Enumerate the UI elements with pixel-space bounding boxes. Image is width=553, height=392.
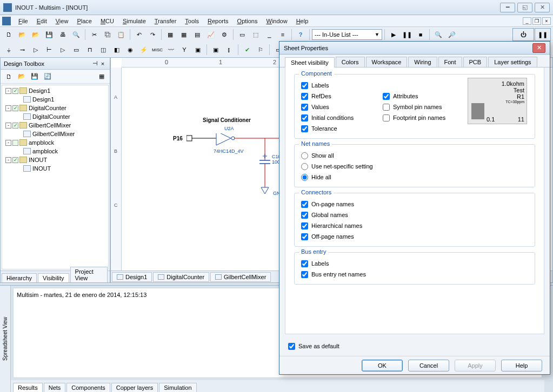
menu-options[interactable]: Options bbox=[233, 17, 262, 25]
menu-window[interactable]: Window bbox=[262, 17, 291, 25]
menu-file[interactable]: File bbox=[14, 17, 32, 25]
paste-icon[interactable]: 📋 bbox=[115, 28, 128, 41]
menu-reports[interactable]: Reports bbox=[203, 17, 233, 25]
ground-icon[interactable]: ⏚ bbox=[2, 43, 15, 56]
menu-mcu[interactable]: MCU bbox=[96, 17, 118, 25]
menu-simulate[interactable]: Simulate bbox=[118, 17, 150, 25]
save-icon[interactable]: 💾 bbox=[43, 28, 56, 41]
menu-transfer[interactable]: Transfer bbox=[150, 17, 181, 25]
probe-icon[interactable]: 🔍 bbox=[432, 28, 445, 41]
misc-icon[interactable]: MISC bbox=[151, 43, 164, 56]
component-checkbox-labels[interactable]: Labels bbox=[301, 80, 383, 91]
component-checkbox-symbol-pin-names[interactable]: Symbol pin names bbox=[383, 102, 464, 112]
menu-tools[interactable]: Tools bbox=[181, 17, 203, 25]
help-button[interactable]: Help bbox=[501, 360, 542, 371]
breadboard-icon[interactable]: ▭ bbox=[236, 28, 249, 41]
expand-icon[interactable]: - bbox=[5, 123, 11, 129]
dialog-tab-font[interactable]: Font bbox=[438, 57, 462, 67]
tree-node-gilbertcellmixer[interactable]: -✓GilbertCellMixer bbox=[3, 121, 107, 130]
probe2-icon[interactable]: 🔎 bbox=[445, 28, 458, 41]
canvas-tab-gilbertcellmixer[interactable]: GilbertCellMixer bbox=[210, 272, 271, 282]
tree-node-design1[interactable]: -✓Design1 bbox=[3, 86, 107, 95]
tool-icon[interactable]: ⚙ bbox=[218, 28, 231, 41]
switch2-icon[interactable]: ❚❚ bbox=[535, 28, 551, 41]
tree-node-digitalcounter[interactable]: -✓DigitalCounter bbox=[3, 104, 107, 112]
open-sheet-icon[interactable]: 📂 bbox=[16, 71, 28, 83]
connectors-checkbox-global-names[interactable]: Global names bbox=[301, 209, 528, 220]
component-checkbox-values[interactable]: Values bbox=[301, 102, 383, 112]
component-checkbox-initial-conditions[interactable]: Initial conditions bbox=[301, 112, 383, 123]
toolbox-tab-hierarchy[interactable]: Hierarchy bbox=[2, 273, 37, 282]
expand-icon[interactable]: - bbox=[5, 140, 11, 146]
spreadsheet-tab-components[interactable]: Components bbox=[66, 383, 110, 392]
pause-icon[interactable]: ❚❚ bbox=[401, 28, 414, 41]
connectors-checkbox-off-page-names[interactable]: Off-page names bbox=[301, 231, 528, 242]
rf-icon[interactable]: 〰 bbox=[164, 43, 177, 56]
component-checkbox-refdes[interactable]: RefDes bbox=[301, 91, 383, 102]
mcu-icon[interactable]: ▣ bbox=[191, 43, 204, 56]
tree-node-design1[interactable]: Design1 bbox=[3, 95, 107, 104]
diode-icon[interactable]: ▷ bbox=[29, 43, 42, 56]
tree-node-ampblock[interactable]: ampblock bbox=[3, 147, 107, 156]
design-tree[interactable]: -✓Design1Design1-✓DigitalCounterDigitalC… bbox=[2, 85, 109, 269]
menu-view[interactable]: View bbox=[51, 17, 73, 25]
tree-node-inout[interactable]: -✓INOUT bbox=[3, 156, 107, 164]
connector-icon[interactable]: Y bbox=[178, 43, 191, 56]
opamp-icon[interactable]: ▷ bbox=[56, 43, 69, 56]
mdi-close-button[interactable]: × bbox=[542, 17, 551, 25]
db-icon[interactable]: ▤ bbox=[191, 28, 204, 41]
dialog-tab-sheet-visibility[interactable]: Sheet visibility bbox=[285, 57, 335, 67]
print-icon[interactable]: 🖶 bbox=[56, 28, 69, 41]
flag-icon[interactable]: ⚐ bbox=[254, 43, 267, 56]
toolbox-tab-visibility[interactable]: Visibility bbox=[38, 273, 69, 282]
connectors-checkbox-on-page-names[interactable]: On-page names bbox=[301, 199, 528, 209]
expand-icon[interactable]: - bbox=[5, 105, 11, 111]
preview-icon[interactable]: 🔍 bbox=[70, 28, 83, 41]
new-icon[interactable]: 🗋 bbox=[2, 28, 15, 41]
toolbox-tab-project-view[interactable]: Project View bbox=[70, 267, 108, 282]
expand-icon[interactable]: - bbox=[5, 157, 11, 163]
mixed-icon[interactable]: ◧ bbox=[110, 43, 123, 56]
help-icon[interactable]: ? bbox=[294, 28, 307, 41]
spreadsheet-tab-results[interactable]: Results bbox=[13, 383, 43, 392]
menu-place[interactable]: Place bbox=[72, 17, 96, 25]
connectors-checkbox-hierarchical-names[interactable]: Hierarchical names bbox=[301, 220, 528, 231]
spreadsheet-tab-simulation[interactable]: Simulation bbox=[159, 383, 196, 392]
checkbox-icon[interactable]: ✓ bbox=[12, 105, 18, 111]
grid2-icon[interactable]: ▦ bbox=[177, 28, 190, 41]
gate-icon[interactable]: ◫ bbox=[97, 43, 110, 56]
canvas-tab-digitalcounter[interactable]: DigitalCounter bbox=[153, 272, 209, 282]
toolbox-close-icon[interactable]: × bbox=[99, 60, 106, 67]
tree-node-digitalcounter[interactable]: DigitalCounter bbox=[3, 112, 107, 121]
copy-icon[interactable]: ⿻ bbox=[101, 28, 114, 41]
in-use-dropdown[interactable]: --- In-Use List --- ▼ bbox=[312, 29, 382, 40]
busentry-checkbox-bus-entry-net-names[interactable]: Bus entry net names bbox=[301, 269, 528, 280]
netnames-radio-hide-all[interactable]: Hide all bbox=[301, 172, 528, 183]
component-checkbox-attributes[interactable]: Attributes bbox=[383, 91, 464, 102]
netnames-radio-show-all[interactable]: Show all bbox=[301, 150, 528, 161]
close-button[interactable]: ✕ bbox=[535, 3, 550, 12]
grid-icon[interactable]: ▦ bbox=[164, 28, 177, 41]
save-sheet-icon[interactable]: 💾 bbox=[29, 71, 41, 83]
dialog-close-button[interactable]: ✕ bbox=[532, 43, 545, 53]
resistor-icon[interactable]: ⊸ bbox=[16, 43, 29, 56]
component-checkbox-footprint-pin-names[interactable]: Footprint pin names bbox=[383, 112, 464, 123]
new-sheet-icon[interactable]: 🗋 bbox=[3, 71, 15, 83]
run-icon[interactable]: ▶ bbox=[387, 28, 400, 41]
ic-icon[interactable]: ▭ bbox=[70, 43, 83, 56]
tree-node-gilbertcellmixer[interactable]: GilbertCellMixer bbox=[3, 130, 107, 138]
transistor-icon[interactable]: ⊢ bbox=[43, 43, 56, 56]
cmos-icon[interactable]: ⊓ bbox=[83, 43, 96, 56]
check-icon[interactable]: ✔ bbox=[241, 43, 254, 56]
busentry-checkbox-labels[interactable]: Labels bbox=[301, 258, 528, 269]
expand-icon[interactable]: - bbox=[5, 88, 11, 94]
spreadsheet-tab-copper-layers[interactable]: Copper layers bbox=[111, 383, 158, 392]
dialog-tab-workspace[interactable]: Workspace bbox=[366, 57, 408, 67]
dialog-tab-colors[interactable]: Colors bbox=[336, 57, 365, 67]
indicator-icon[interactable]: ◉ bbox=[124, 43, 137, 56]
maximize-button[interactable]: ◱ bbox=[517, 3, 532, 12]
dialog-tab-pcb[interactable]: PCB bbox=[463, 57, 488, 67]
mdi-minimize-button[interactable]: _ bbox=[523, 17, 531, 25]
component-checkbox-tolerance[interactable]: Tolerance bbox=[301, 123, 383, 134]
pin-icon[interactable]: ⊣ bbox=[91, 60, 99, 67]
